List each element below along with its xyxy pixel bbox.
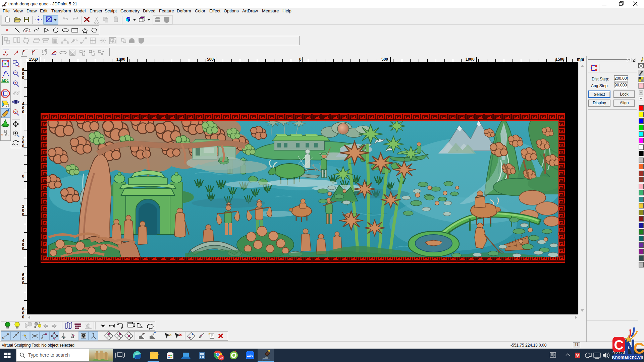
svg-text:C: C <box>614 338 624 352</box>
svg-text:Zalo: Zalo <box>247 354 253 357</box>
svg-text:N: N <box>1 133 3 136</box>
svg-text:Vo: Vo <box>220 356 223 360</box>
svg-text:C: C <box>8 133 9 136</box>
svg-text:V: V <box>576 353 579 358</box>
svg-text:abc: abc <box>1 78 9 83</box>
svg-text:Khomaucnc.vn: Khomaucnc.vn <box>612 355 643 360</box>
